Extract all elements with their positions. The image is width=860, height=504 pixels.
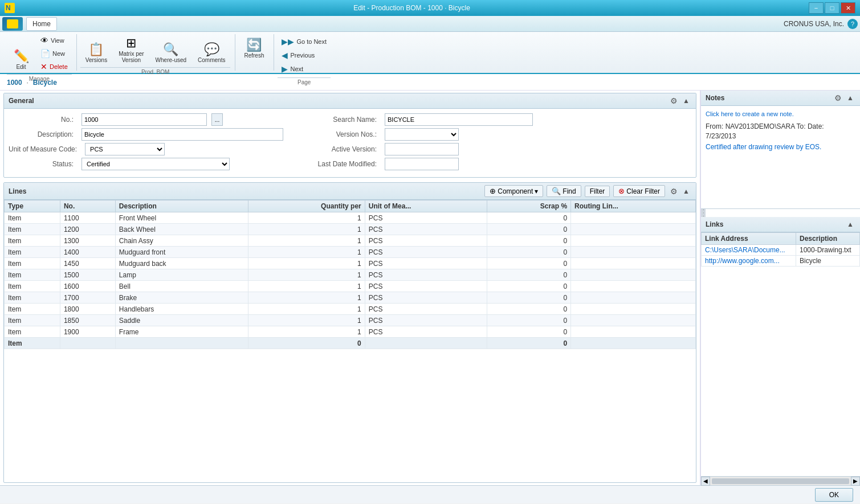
table-row[interactable]: Item 1850 Saddle 1 PCS 0: [5, 315, 696, 326]
description-input[interactable]: [81, 128, 283, 141]
cell-uom: PCS: [365, 304, 487, 315]
list-item[interactable]: C:\Users\SARA\Docume... 1000-Drawing.txt: [702, 244, 860, 255]
search-name-input[interactable]: [385, 113, 533, 126]
page-nav: ▶▶ Go to Next ◀ Previous ▶ Next: [278, 34, 331, 76]
previous-button[interactable]: ◀ Previous: [278, 49, 331, 62]
cell-no: 1200: [60, 224, 115, 235]
new-button[interactable]: 📄 New: [36, 47, 72, 60]
lines-table-scroll[interactable]: Type No. Description Quantity per Unit o…: [4, 200, 696, 482]
find-button[interactable]: 🔍 Find: [547, 185, 581, 197]
menu-home[interactable]: Home: [26, 17, 57, 31]
delete-label: Delete: [50, 63, 68, 70]
general-section: General ⚙ ▲ No.: ...: [3, 93, 696, 178]
cell-type: Item: [5, 224, 60, 235]
lines-table: Type No. Description Quantity per Unit o…: [4, 200, 696, 349]
notes-content[interactable]: Certified after drawing review by EOS.: [706, 142, 855, 152]
table-row[interactable]: Item 1600 Bell 1 PCS 0: [5, 281, 696, 292]
active-version-input[interactable]: [385, 143, 459, 155]
link-address[interactable]: C:\Users\SARA\Docume...: [702, 244, 796, 255]
notes-create-link[interactable]: Click here to create a new note.: [706, 110, 855, 117]
edit-icon: ✏️: [14, 50, 29, 63]
col-type: Type: [5, 200, 60, 212]
vertical-splitter[interactable]: · · ·: [701, 209, 706, 217]
cell-qty: 1: [248, 269, 365, 281]
cell-type: Item: [5, 281, 60, 292]
status-select[interactable]: New Certified Under Development Closed: [81, 158, 230, 170]
edit-label: Edit: [16, 64, 26, 70]
scrollbar-right-btn[interactable]: ▶: [851, 477, 860, 486]
table-row[interactable]: Item 1700 Brake 1 PCS 0: [5, 292, 696, 304]
notes-controls: ⚙ ▲: [833, 93, 855, 103]
cell-description: Frame: [115, 326, 248, 338]
table-row[interactable]: Item 1400 Mudguard front 1 PCS 0: [5, 247, 696, 258]
view-button[interactable]: 👁 View: [36, 34, 72, 47]
uom-select[interactable]: PCS: [85, 143, 165, 155]
filter-button[interactable]: Filter: [585, 186, 610, 197]
no-ellipsis-button[interactable]: ...: [211, 113, 223, 126]
no-input[interactable]: [81, 113, 207, 126]
cell-routing: [571, 292, 696, 304]
general-body: No.: ... Description: Unit of Measure Co…: [4, 109, 696, 177]
cell-description: Back Wheel: [115, 224, 248, 235]
cell-routing: [571, 304, 696, 315]
cell-type: Item: [5, 247, 60, 258]
notes-body: Click here to create a new note. From: N…: [701, 106, 860, 208]
version-nos-select[interactable]: [385, 128, 459, 141]
cell-qty: 1: [248, 326, 365, 338]
scrollbar-thumb[interactable]: [712, 478, 849, 484]
table-row[interactable]: Item 1450 Mudguard back 1 PCS 0: [5, 258, 696, 269]
refresh-icon: 🔄: [246, 39, 262, 51]
matrix-per-version-button[interactable]: ⊞ Matrix perVersion: [113, 34, 149, 66]
ok-button[interactable]: OK: [815, 488, 853, 502]
notes-gear-icon[interactable]: ⚙: [833, 93, 843, 103]
general-controls: ⚙ ▲: [669, 96, 691, 106]
cell-routing: [571, 247, 696, 258]
delete-button[interactable]: ✕ Delete: [36, 60, 72, 73]
cell-scrap: 0: [487, 247, 570, 258]
table-row[interactable]: Item 1800 Handlebars 1 PCS 0: [5, 304, 696, 315]
component-button[interactable]: ⊕ Component ▾: [484, 185, 543, 197]
cell-qty: 1: [248, 235, 365, 247]
minimize-button[interactable]: −: [809, 2, 824, 14]
links-header: Links ▲: [701, 217, 860, 232]
cell-routing: [571, 235, 696, 247]
edit-button[interactable]: ✏️ Edit: [7, 47, 35, 73]
cell-type: Item: [5, 326, 60, 338]
lines-collapse-icon[interactable]: ▲: [681, 186, 691, 196]
delete-icon: ✕: [40, 62, 47, 71]
general-section-header[interactable]: General ⚙ ▲: [4, 93, 696, 109]
versions-button[interactable]: 📋 Versions: [80, 40, 112, 66]
scrollbar-left-btn[interactable]: ◀: [701, 477, 710, 486]
general-collapse-icon[interactable]: ▲: [681, 96, 691, 106]
cell-uom: PCS: [365, 258, 487, 269]
lines-gear-icon[interactable]: ⚙: [669, 186, 679, 196]
search-name-row: Search Name:: [312, 113, 533, 126]
table-row[interactable]: Item 1300 Chain Assy 1 PCS 0: [5, 235, 696, 247]
comments-button[interactable]: 💬 Comments: [193, 40, 230, 66]
table-row[interactable]: Item 1900 Frame 1 PCS 0: [5, 326, 696, 338]
last-date-input[interactable]: [385, 158, 459, 170]
cell-qty: 1: [248, 315, 365, 326]
cell-qty: 1: [248, 247, 365, 258]
list-item[interactable]: http://www.google.com... Bicycle: [702, 255, 860, 266]
cell-type: Item: [5, 258, 60, 269]
help-icon[interactable]: ?: [847, 19, 858, 29]
close-button[interactable]: ✕: [841, 2, 855, 14]
go-to-next-button[interactable]: ▶▶ Go to Next: [278, 35, 331, 48]
table-row[interactable]: Item 1500 Lamp 1 PCS 0: [5, 269, 696, 281]
cell-type: Item: [5, 212, 60, 224]
table-row[interactable]: Item 1200 Back Wheel 1 PCS 0: [5, 224, 696, 235]
table-row[interactable]: Item 1100 Front Wheel 1 PCS 0: [5, 212, 696, 224]
clear-filter-button[interactable]: ⊗ Clear Filter: [613, 185, 665, 197]
where-used-button[interactable]: 🔍 Where-used: [150, 40, 191, 66]
cell-uom: PCS: [365, 315, 487, 326]
links-collapse-icon[interactable]: ▲: [845, 219, 855, 230]
general-gear-icon[interactable]: ⚙: [669, 96, 679, 106]
footer-no: [60, 338, 115, 349]
maximize-button[interactable]: □: [825, 2, 839, 14]
links-col-address: Link Address: [702, 232, 796, 244]
link-address[interactable]: http://www.google.com...: [702, 255, 796, 266]
refresh-button[interactable]: 🔄 Refresh: [239, 36, 269, 62]
notes-collapse-icon[interactable]: ▲: [845, 93, 855, 103]
next-button[interactable]: ▶ Next: [278, 63, 331, 75]
